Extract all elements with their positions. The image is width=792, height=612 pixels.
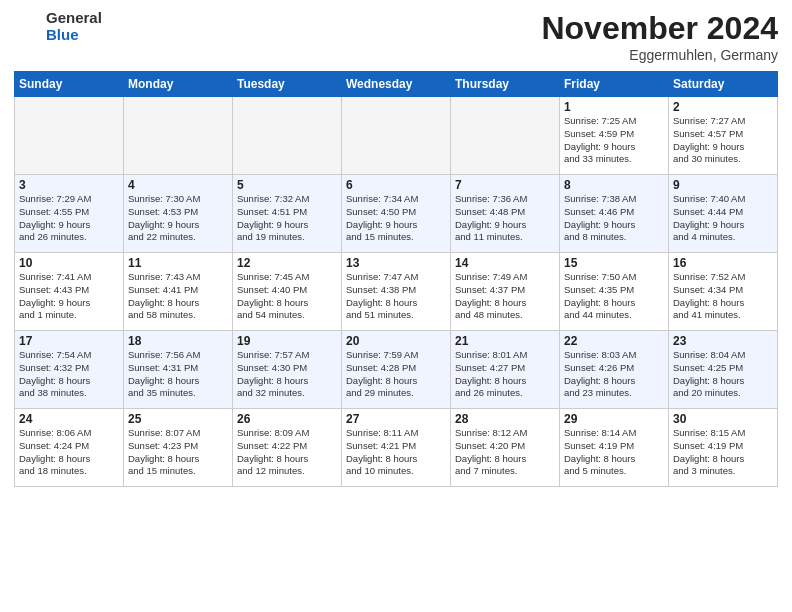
col-thursday: Thursday <box>451 72 560 97</box>
day-number: 14 <box>455 256 555 270</box>
logo-icon <box>14 13 42 41</box>
calendar-cell: 13Sunrise: 7:47 AM Sunset: 4:38 PM Dayli… <box>342 253 451 331</box>
day-info: Sunrise: 7:30 AM Sunset: 4:53 PM Dayligh… <box>128 193 228 244</box>
day-number: 22 <box>564 334 664 348</box>
page-header: General Blue November 2024 Eggermuhlen, … <box>14 10 778 63</box>
calendar-header-row: Sunday Monday Tuesday Wednesday Thursday… <box>15 72 778 97</box>
day-info: Sunrise: 7:32 AM Sunset: 4:51 PM Dayligh… <box>237 193 337 244</box>
col-saturday: Saturday <box>669 72 778 97</box>
day-info: Sunrise: 8:07 AM Sunset: 4:23 PM Dayligh… <box>128 427 228 478</box>
title-block: November 2024 Eggermuhlen, Germany <box>541 10 778 63</box>
day-number: 21 <box>455 334 555 348</box>
day-number: 4 <box>128 178 228 192</box>
calendar-cell: 19Sunrise: 7:57 AM Sunset: 4:30 PM Dayli… <box>233 331 342 409</box>
day-number: 3 <box>19 178 119 192</box>
calendar-cell: 25Sunrise: 8:07 AM Sunset: 4:23 PM Dayli… <box>124 409 233 487</box>
col-wednesday: Wednesday <box>342 72 451 97</box>
calendar-cell: 7Sunrise: 7:36 AM Sunset: 4:48 PM Daylig… <box>451 175 560 253</box>
day-number: 26 <box>237 412 337 426</box>
calendar-week-row: 3Sunrise: 7:29 AM Sunset: 4:55 PM Daylig… <box>15 175 778 253</box>
day-number: 12 <box>237 256 337 270</box>
day-number: 18 <box>128 334 228 348</box>
day-number: 17 <box>19 334 119 348</box>
day-info: Sunrise: 7:29 AM Sunset: 4:55 PM Dayligh… <box>19 193 119 244</box>
day-info: Sunrise: 8:06 AM Sunset: 4:24 PM Dayligh… <box>19 427 119 478</box>
day-number: 9 <box>673 178 773 192</box>
calendar-cell: 30Sunrise: 8:15 AM Sunset: 4:19 PM Dayli… <box>669 409 778 487</box>
day-number: 11 <box>128 256 228 270</box>
calendar-cell: 20Sunrise: 7:59 AM Sunset: 4:28 PM Dayli… <box>342 331 451 409</box>
day-info: Sunrise: 8:03 AM Sunset: 4:26 PM Dayligh… <box>564 349 664 400</box>
calendar-cell: 8Sunrise: 7:38 AM Sunset: 4:46 PM Daylig… <box>560 175 669 253</box>
day-number: 15 <box>564 256 664 270</box>
day-info: Sunrise: 7:56 AM Sunset: 4:31 PM Dayligh… <box>128 349 228 400</box>
calendar-cell <box>451 97 560 175</box>
calendar-cell <box>342 97 451 175</box>
col-sunday: Sunday <box>15 72 124 97</box>
day-info: Sunrise: 8:14 AM Sunset: 4:19 PM Dayligh… <box>564 427 664 478</box>
calendar-cell: 6Sunrise: 7:34 AM Sunset: 4:50 PM Daylig… <box>342 175 451 253</box>
day-number: 2 <box>673 100 773 114</box>
day-info: Sunrise: 7:40 AM Sunset: 4:44 PM Dayligh… <box>673 193 773 244</box>
day-number: 16 <box>673 256 773 270</box>
calendar-cell: 24Sunrise: 8:06 AM Sunset: 4:24 PM Dayli… <box>15 409 124 487</box>
calendar-cell <box>15 97 124 175</box>
calendar-cell: 28Sunrise: 8:12 AM Sunset: 4:20 PM Dayli… <box>451 409 560 487</box>
day-info: Sunrise: 8:04 AM Sunset: 4:25 PM Dayligh… <box>673 349 773 400</box>
day-info: Sunrise: 7:25 AM Sunset: 4:59 PM Dayligh… <box>564 115 664 166</box>
page-container: General Blue November 2024 Eggermuhlen, … <box>0 0 792 497</box>
day-number: 24 <box>19 412 119 426</box>
day-info: Sunrise: 8:15 AM Sunset: 4:19 PM Dayligh… <box>673 427 773 478</box>
location-subtitle: Eggermuhlen, Germany <box>541 47 778 63</box>
day-info: Sunrise: 7:52 AM Sunset: 4:34 PM Dayligh… <box>673 271 773 322</box>
day-info: Sunrise: 7:54 AM Sunset: 4:32 PM Dayligh… <box>19 349 119 400</box>
day-info: Sunrise: 7:27 AM Sunset: 4:57 PM Dayligh… <box>673 115 773 166</box>
calendar-cell: 4Sunrise: 7:30 AM Sunset: 4:53 PM Daylig… <box>124 175 233 253</box>
calendar-cell: 21Sunrise: 8:01 AM Sunset: 4:27 PM Dayli… <box>451 331 560 409</box>
day-info: Sunrise: 7:59 AM Sunset: 4:28 PM Dayligh… <box>346 349 446 400</box>
logo-blue-text: Blue <box>46 26 79 43</box>
day-info: Sunrise: 7:45 AM Sunset: 4:40 PM Dayligh… <box>237 271 337 322</box>
col-friday: Friday <box>560 72 669 97</box>
day-number: 30 <box>673 412 773 426</box>
day-number: 29 <box>564 412 664 426</box>
calendar-cell: 29Sunrise: 8:14 AM Sunset: 4:19 PM Dayli… <box>560 409 669 487</box>
calendar-cell: 9Sunrise: 7:40 AM Sunset: 4:44 PM Daylig… <box>669 175 778 253</box>
calendar-cell: 2Sunrise: 7:27 AM Sunset: 4:57 PM Daylig… <box>669 97 778 175</box>
day-number: 27 <box>346 412 446 426</box>
logo-general-text: General <box>46 9 102 26</box>
day-info: Sunrise: 7:49 AM Sunset: 4:37 PM Dayligh… <box>455 271 555 322</box>
calendar-cell: 11Sunrise: 7:43 AM Sunset: 4:41 PM Dayli… <box>124 253 233 331</box>
day-number: 19 <box>237 334 337 348</box>
calendar-week-row: 10Sunrise: 7:41 AM Sunset: 4:43 PM Dayli… <box>15 253 778 331</box>
calendar-week-row: 1Sunrise: 7:25 AM Sunset: 4:59 PM Daylig… <box>15 97 778 175</box>
calendar-cell: 3Sunrise: 7:29 AM Sunset: 4:55 PM Daylig… <box>15 175 124 253</box>
calendar-cell: 18Sunrise: 7:56 AM Sunset: 4:31 PM Dayli… <box>124 331 233 409</box>
calendar-cell: 27Sunrise: 8:11 AM Sunset: 4:21 PM Dayli… <box>342 409 451 487</box>
month-title: November 2024 <box>541 10 778 47</box>
calendar-cell: 10Sunrise: 7:41 AM Sunset: 4:43 PM Dayli… <box>15 253 124 331</box>
day-info: Sunrise: 7:43 AM Sunset: 4:41 PM Dayligh… <box>128 271 228 322</box>
day-info: Sunrise: 7:50 AM Sunset: 4:35 PM Dayligh… <box>564 271 664 322</box>
day-info: Sunrise: 8:09 AM Sunset: 4:22 PM Dayligh… <box>237 427 337 478</box>
calendar-cell: 15Sunrise: 7:50 AM Sunset: 4:35 PM Dayli… <box>560 253 669 331</box>
calendar-cell: 12Sunrise: 7:45 AM Sunset: 4:40 PM Dayli… <box>233 253 342 331</box>
col-tuesday: Tuesday <box>233 72 342 97</box>
calendar-cell: 17Sunrise: 7:54 AM Sunset: 4:32 PM Dayli… <box>15 331 124 409</box>
calendar-cell: 23Sunrise: 8:04 AM Sunset: 4:25 PM Dayli… <box>669 331 778 409</box>
col-monday: Monday <box>124 72 233 97</box>
day-number: 10 <box>19 256 119 270</box>
day-info: Sunrise: 8:01 AM Sunset: 4:27 PM Dayligh… <box>455 349 555 400</box>
calendar-cell: 14Sunrise: 7:49 AM Sunset: 4:37 PM Dayli… <box>451 253 560 331</box>
day-number: 25 <box>128 412 228 426</box>
calendar-week-row: 24Sunrise: 8:06 AM Sunset: 4:24 PM Dayli… <box>15 409 778 487</box>
day-number: 5 <box>237 178 337 192</box>
day-info: Sunrise: 7:41 AM Sunset: 4:43 PM Dayligh… <box>19 271 119 322</box>
calendar-week-row: 17Sunrise: 7:54 AM Sunset: 4:32 PM Dayli… <box>15 331 778 409</box>
day-number: 28 <box>455 412 555 426</box>
calendar-cell: 1Sunrise: 7:25 AM Sunset: 4:59 PM Daylig… <box>560 97 669 175</box>
calendar-cell: 22Sunrise: 8:03 AM Sunset: 4:26 PM Dayli… <box>560 331 669 409</box>
day-info: Sunrise: 8:12 AM Sunset: 4:20 PM Dayligh… <box>455 427 555 478</box>
day-number: 1 <box>564 100 664 114</box>
day-number: 6 <box>346 178 446 192</box>
